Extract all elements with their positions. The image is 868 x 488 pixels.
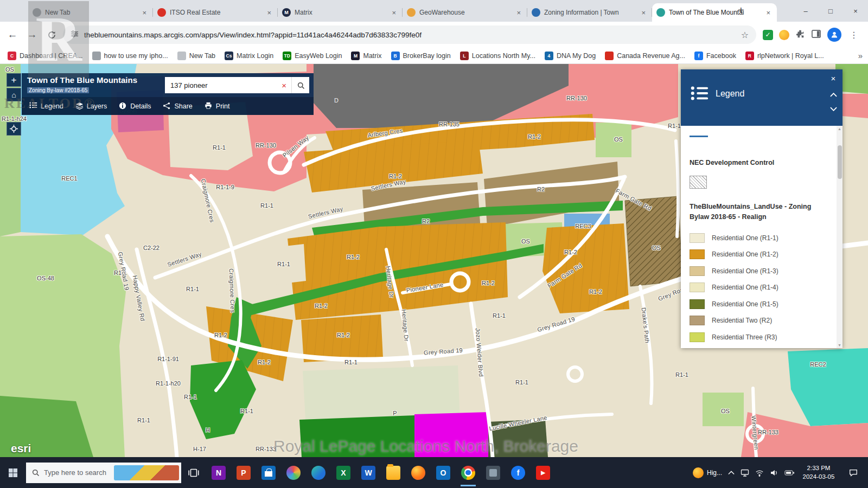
- bookmark-star-icon[interactable]: ☆: [741, 30, 749, 40]
- weather-widget[interactable]: Hig...: [693, 467, 722, 478]
- tab-close-icon[interactable]: ×: [390, 8, 398, 18]
- extension-orange-icon[interactable]: [779, 30, 789, 40]
- bookmark-label: Dashboard | CREA...: [20, 52, 83, 60]
- browser-tab[interactable]: Town of The Blue Mountai ×: [652, 3, 777, 22]
- search-submit-button[interactable]: [291, 77, 309, 93]
- display-icon[interactable]: [741, 468, 749, 477]
- bookmark-item[interactable]: f Facebook: [694, 52, 736, 60]
- extension-check-icon[interactable]: ✓: [763, 30, 773, 40]
- weather-icon: [693, 467, 704, 478]
- tool-legend[interactable]: Legend: [29, 102, 63, 110]
- browser-menu-icon[interactable]: ⋮: [847, 30, 860, 40]
- browser-tab[interactable]: ITSO Real Estate ×: [153, 3, 278, 22]
- taskbar-icon-store[interactable]: [256, 457, 281, 488]
- search-clear-icon[interactable]: ×: [278, 81, 290, 90]
- legend-scrollbar[interactable]: ▲ ▼: [837, 126, 843, 348]
- site-settings-icon[interactable]: [71, 30, 79, 40]
- maximize-button[interactable]: □: [818, 0, 843, 22]
- bookmark-item[interactable]: TD EasyWeb Login: [283, 52, 342, 60]
- omnibox[interactable]: thebluemountains.maps.arcgis.com/apps/Vi…: [63, 25, 756, 44]
- extensions-puzzle-icon[interactable]: [795, 29, 805, 41]
- taskbar-icon-chrome[interactable]: [456, 457, 481, 488]
- action-center-icon[interactable]: [843, 468, 864, 478]
- bookmark-label: New Tab: [189, 52, 215, 60]
- profile-avatar[interactable]: [827, 28, 841, 42]
- taskbar-icon-word[interactable]: W: [356, 457, 381, 488]
- bookmarks-overflow-icon[interactable]: »: [858, 51, 863, 60]
- zoom-in-button[interactable]: +: [7, 73, 21, 87]
- browser-tab[interactable]: GeoWarehouse ×: [403, 3, 527, 22]
- bookmark-item[interactable]: L Locations North My...: [460, 52, 535, 60]
- map-search-input[interactable]: [169, 81, 278, 90]
- scroll-down-icon[interactable]: ▼: [837, 343, 843, 347]
- taskbar-icon-youtube[interactable]: ▶: [531, 457, 556, 488]
- home-button[interactable]: ⌂: [7, 88, 21, 101]
- tool-layers[interactable]: Layers: [75, 102, 107, 110]
- browser-tab[interactable]: M Matrix ×: [278, 3, 403, 22]
- taskbar-icon-facebook[interactable]: f: [506, 457, 531, 488]
- legend-expand-icon[interactable]: [827, 103, 839, 115]
- start-button[interactable]: [0, 457, 26, 488]
- forward-button[interactable]: →: [24, 27, 40, 43]
- task-view-button[interactable]: [181, 457, 206, 488]
- tool-share[interactable]: Share: [163, 102, 192, 110]
- search-icon: [31, 468, 40, 477]
- browser-tab[interactable]: New Tab ×: [28, 3, 153, 22]
- bookmark-item[interactable]: Canada Revenue Ag...: [605, 52, 685, 60]
- wifi-icon[interactable]: [755, 469, 764, 477]
- zoom-controls: + ⌂: [7, 73, 21, 101]
- legend-collapse-icon[interactable]: [827, 89, 839, 101]
- bookmark-item[interactable]: B BrokerBay login: [391, 52, 451, 60]
- tab-close-icon[interactable]: ×: [514, 8, 523, 18]
- legend-swatch: [690, 316, 705, 325]
- bookmark-item[interactable]: R rlpNetwork | Royal L...: [745, 52, 824, 60]
- bookmark-item[interactable]: Cs Matrix Login: [225, 52, 273, 60]
- bookmark-favicon: [177, 52, 186, 60]
- bookmark-item[interactable]: C Dashboard | CREA...: [8, 52, 83, 60]
- taskbar-icon-explorer[interactable]: [381, 457, 406, 488]
- back-button[interactable]: ←: [4, 27, 21, 43]
- bookmark-item[interactable]: how to use my ipho...: [92, 52, 168, 60]
- scroll-up-icon[interactable]: ▲: [837, 127, 843, 131]
- new-tab-button[interactable]: +: [738, 4, 744, 17]
- map-search-box[interactable]: ×: [165, 77, 291, 93]
- url-text[interactable]: thebluemountains.maps.arcgis.com/apps/Vi…: [84, 31, 736, 39]
- tab-close-icon[interactable]: ×: [265, 8, 273, 18]
- minimize-button[interactable]: –: [793, 0, 818, 22]
- legend-item: Residential One (R1-5): [690, 296, 828, 312]
- bookmark-item[interactable]: New Tab: [177, 52, 215, 60]
- taskbar-icon-excel[interactable]: X: [331, 457, 356, 488]
- bookmark-item[interactable]: M Matrix: [351, 52, 381, 60]
- taskbar-icon-edge[interactable]: [306, 457, 331, 488]
- tab-close-icon[interactable]: ×: [639, 8, 648, 18]
- volume-icon[interactable]: [770, 468, 778, 477]
- bookmark-item[interactable]: 4 DNA My Dog: [545, 52, 596, 60]
- legend-close-icon[interactable]: ×: [827, 72, 839, 84]
- tab-close-icon[interactable]: ×: [140, 8, 149, 18]
- taskbar-icon-powerpoint[interactable]: P: [231, 457, 256, 488]
- search-highlight-image[interactable]: [114, 465, 180, 480]
- legend-scroll-thumb[interactable]: [838, 145, 842, 179]
- refresh-button[interactable]: [43, 27, 60, 43]
- close-button[interactable]: ×: [843, 0, 868, 22]
- taskbar-icon-onenote[interactable]: N: [206, 457, 231, 488]
- taskbar-icon-firefox[interactable]: [406, 457, 431, 488]
- extension-area: ✓ ⋮: [760, 28, 864, 42]
- taskbar-search[interactable]: Type here to search: [26, 463, 181, 483]
- bookmark-label: EasyWeb Login: [295, 52, 342, 60]
- tool-details[interactable]: Details: [119, 102, 151, 110]
- legend-body: NEC Development Control TheBlueMountains…: [681, 126, 837, 348]
- taskbar-icon-outlook[interactable]: O: [431, 457, 456, 488]
- taskbar-icon-calculator[interactable]: [481, 457, 506, 488]
- legend-item: Residential One (R1-2): [690, 246, 828, 263]
- zoning-map[interactable]: OSR1-1-h24C2-21RR-130DRR-135RR-130R1-2OS…: [0, 64, 868, 457]
- side-panel-icon[interactable]: [811, 29, 821, 41]
- battery-icon[interactable]: [784, 470, 794, 476]
- taskbar-clock[interactable]: 2:33 PM 2024-03-05: [800, 464, 837, 481]
- taskbar-icon-photos[interactable]: [281, 457, 306, 488]
- browser-tab[interactable]: Zoning Information | Town ×: [527, 3, 652, 22]
- tab-close-icon[interactable]: ×: [764, 8, 773, 18]
- tray-expand-icon[interactable]: [728, 471, 735, 475]
- locate-button[interactable]: [7, 122, 21, 136]
- tool-print[interactable]: Print: [205, 102, 230, 110]
